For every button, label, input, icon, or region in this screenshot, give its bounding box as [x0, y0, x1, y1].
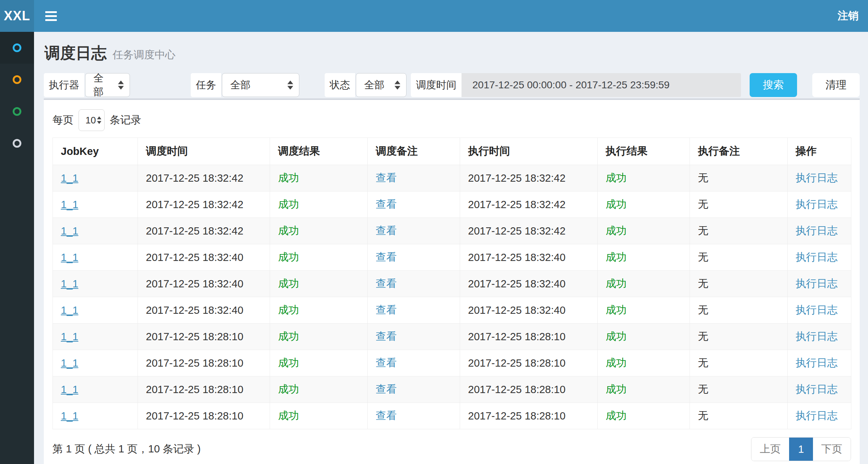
- next-page-button[interactable]: 下页: [813, 438, 851, 461]
- cell-trigger_msg-link[interactable]: 查看: [376, 304, 397, 316]
- cell-trigger_msg-link[interactable]: 查看: [376, 172, 397, 184]
- cell-handle_result: 成功: [606, 225, 627, 236]
- cell-handle_result: 成功: [606, 251, 627, 263]
- cell-handle_msg: 无: [690, 218, 788, 244]
- column-header-action: 操作: [788, 138, 851, 165]
- cell-handle_result: 成功: [598, 271, 690, 297]
- cell-trigger_msg-link[interactable]: 查看: [376, 225, 397, 236]
- cell-trigger_result: 成功: [270, 218, 368, 244]
- cell-trigger_msg-link[interactable]: 查看: [376, 410, 397, 421]
- cell-handle_msg: 无: [698, 383, 708, 395]
- table-header-row: JobKey调度时间调度结果调度备注执行时间执行结果执行备注操作: [53, 138, 851, 165]
- cell-action-link[interactable]: 执行日志: [796, 383, 838, 395]
- page-title: 调度日志: [45, 43, 107, 64]
- cell-trigger_result: 成功: [278, 278, 299, 289]
- page-subtitle: 任务调度中心: [113, 48, 176, 62]
- executor-filter-select[interactable]: 全部: [85, 73, 130, 97]
- cell-job_key-link[interactable]: 1_1: [61, 278, 78, 290]
- cell-job_key-link[interactable]: 1_1: [61, 199, 78, 210]
- page-size-prefix-label: 每页: [52, 113, 73, 127]
- logout-link[interactable]: 注销: [838, 9, 859, 23]
- cell-job_key-link[interactable]: 1_1: [61, 410, 78, 422]
- cell-trigger_msg: 查看: [368, 324, 460, 350]
- table-footer: 第 1 页 ( 总共 1 页，10 条记录 ) 上页 1 下页: [52, 437, 851, 461]
- cell-action-link[interactable]: 执行日志: [796, 304, 838, 316]
- cell-action-link[interactable]: 执行日志: [796, 172, 838, 184]
- cell-handle_time: 2017-12-25 18:28:10: [468, 357, 565, 369]
- cell-action: 执行日志: [788, 350, 851, 376]
- cell-job_key-link[interactable]: 1_1: [61, 225, 78, 237]
- table-row: 1_12017-12-25 18:28:10成功查看2017-12-25 18:…: [53, 350, 851, 376]
- cell-trigger_msg-link[interactable]: 查看: [376, 383, 397, 395]
- cell-handle_msg: 无: [698, 225, 708, 236]
- column-header-job_key: JobKey: [53, 138, 138, 165]
- cell-handle_time: 2017-12-25 18:32:40: [468, 278, 565, 290]
- page-size-select[interactable]: 10: [79, 109, 105, 131]
- sidebar-item-3[interactable]: [0, 96, 34, 127]
- cell-job_key-link[interactable]: 1_1: [61, 304, 78, 316]
- cell-trigger_msg-link[interactable]: 查看: [376, 198, 397, 210]
- app-logo[interactable]: XXL: [0, 0, 34, 32]
- cell-trigger_msg-link[interactable]: 查看: [376, 278, 397, 289]
- cell-trigger_result: 成功: [278, 410, 299, 421]
- circle-icon: [13, 75, 21, 84]
- cell-trigger_time: 2017-12-25 18:28:10: [138, 324, 270, 350]
- trigger-time-range-input[interactable]: [462, 73, 741, 97]
- sidebar-toggle-button[interactable]: [34, 0, 68, 32]
- current-page-button[interactable]: 1: [789, 438, 813, 461]
- sidebar-item-4[interactable]: [0, 127, 34, 159]
- cell-job_key-link[interactable]: 1_1: [61, 172, 78, 184]
- cell-action-link[interactable]: 执行日志: [796, 410, 838, 421]
- cell-handle_time: 2017-12-25 18:28:10: [468, 331, 565, 342]
- cell-trigger_result: 成功: [278, 198, 299, 210]
- column-header-handle_result: 执行结果: [598, 138, 690, 165]
- cell-job_key: 1_1: [53, 271, 138, 297]
- prev-page-button[interactable]: 上页: [751, 438, 789, 461]
- cell-action-link[interactable]: 执行日志: [796, 225, 838, 236]
- cell-action-link[interactable]: 执行日志: [796, 330, 838, 342]
- clean-button[interactable]: 清理: [812, 73, 860, 97]
- cell-trigger_msg-link[interactable]: 查看: [376, 357, 397, 368]
- cell-handle_msg: 无: [698, 278, 708, 289]
- status-filter-select[interactable]: 全部: [356, 73, 406, 97]
- cell-trigger_result: 成功: [278, 330, 299, 342]
- top-navbar: XXL 注销: [0, 0, 868, 32]
- column-header-trigger_msg: 调度备注: [368, 138, 460, 165]
- sidebar-item-2[interactable]: [0, 64, 34, 96]
- cell-trigger_time: 2017-12-25 18:32:40: [138, 271, 270, 297]
- circle-icon: [13, 139, 21, 148]
- cell-job_key-link[interactable]: 1_1: [61, 252, 78, 263]
- cell-handle_result: 成功: [598, 297, 690, 324]
- cell-trigger_time: 2017-12-25 18:32:40: [146, 252, 243, 263]
- cell-action-link[interactable]: 执行日志: [796, 278, 838, 289]
- cell-action-link[interactable]: 执行日志: [796, 251, 838, 263]
- search-button[interactable]: 搜索: [750, 73, 797, 97]
- cell-action-link[interactable]: 执行日志: [796, 357, 838, 368]
- cell-job_key: 1_1: [53, 165, 138, 191]
- cell-trigger_result: 成功: [270, 403, 368, 429]
- cell-action: 执行日志: [788, 218, 851, 244]
- page-size-suffix-label: 条记录: [110, 113, 141, 127]
- cell-handle_msg: 无: [690, 376, 788, 403]
- table-row: 1_12017-12-25 18:32:40成功查看2017-12-25 18:…: [53, 297, 851, 324]
- sidebar-item-1[interactable]: [0, 32, 34, 64]
- cell-handle_result: 成功: [606, 383, 627, 395]
- cell-job_key-link[interactable]: 1_1: [61, 357, 78, 369]
- cell-job_key-link[interactable]: 1_1: [61, 384, 78, 395]
- cell-trigger_time: 2017-12-25 18:32:40: [138, 244, 270, 271]
- cell-handle_result: 成功: [606, 357, 627, 368]
- cell-job_key-link[interactable]: 1_1: [61, 331, 78, 342]
- cell-trigger_result: 成功: [270, 165, 368, 191]
- table-row: 1_12017-12-25 18:28:10成功查看2017-12-25 18:…: [53, 324, 851, 350]
- table-row: 1_12017-12-25 18:32:42成功查看2017-12-25 18:…: [53, 165, 851, 191]
- job-filter-select[interactable]: 全部: [222, 73, 299, 97]
- cell-handle_msg: 无: [690, 271, 788, 297]
- cell-trigger_result: 成功: [270, 191, 368, 218]
- cell-action: 执行日志: [788, 324, 851, 350]
- cell-trigger_msg-link[interactable]: 查看: [376, 330, 397, 342]
- cell-action-link[interactable]: 执行日志: [796, 198, 838, 210]
- cell-trigger_msg-link[interactable]: 查看: [376, 251, 397, 263]
- cell-trigger_time: 2017-12-25 18:32:42: [138, 165, 270, 191]
- cell-trigger_time: 2017-12-25 18:32:40: [138, 297, 270, 324]
- main-content: 调度日志 任务调度中心 执行器 全部 任务 全部 状态 全部 调度时间: [34, 32, 868, 464]
